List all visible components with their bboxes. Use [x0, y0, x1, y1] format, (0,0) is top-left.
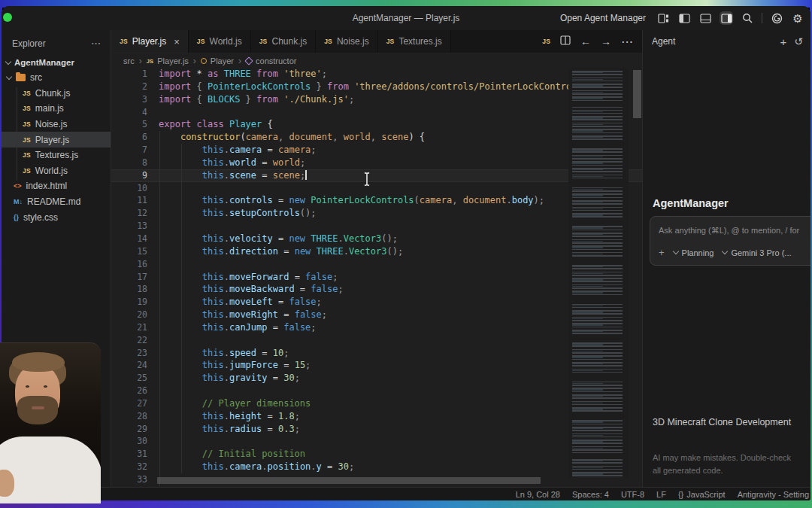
tab-Chunk.js[interactable]: JSChunk.js	[251, 30, 316, 53]
code-line-2[interactable]: 2import { PointerLockControls } from 'th…	[111, 81, 642, 93]
code-line-28[interactable]: 28 this.height = 1.8;	[111, 410, 642, 423]
navigate-forward-icon[interactable]: →	[601, 35, 611, 47]
file-row-Chunk.js[interactable]: JSChunk.js	[2, 86, 111, 102]
split-editor-icon[interactable]	[560, 35, 571, 48]
folder-row-src[interactable]: src	[2, 70, 111, 86]
history-icon[interactable]: ↺	[794, 35, 803, 47]
code-line-18[interactable]: 18 this.moveBackward = false;	[111, 283, 642, 296]
breadcrumb-item[interactable]: constructor	[256, 56, 296, 65]
horizontal-scrollbar[interactable]	[157, 477, 541, 484]
code-line-7[interactable]: 7 this.camera = camera;	[111, 144, 642, 157]
file-row-Noise.js[interactable]: JSNoise.js	[2, 117, 111, 132]
code-line-31[interactable]: 31 // Initial position	[111, 448, 642, 461]
breadcrumb-item[interactable]: Player.js	[157, 56, 189, 65]
code-text: this.radius = 0.3;	[159, 423, 300, 436]
code-line-26[interactable]: 26	[111, 385, 642, 397]
code-line-4[interactable]: 4	[111, 106, 642, 119]
code-text: this.controls = new PointerLockControls(…	[159, 194, 544, 207]
code-line-25[interactable]: 25 this.gravity = 30;	[111, 372, 642, 385]
code-line-23[interactable]: 23 this.speed = 10;	[111, 347, 642, 360]
navigate-back-icon[interactable]: ←	[580, 35, 591, 47]
code-text: this.moveLeft = false;	[159, 296, 322, 309]
line-number: 6	[111, 131, 159, 144]
open-agent-manager-button[interactable]: Open Agent Manager	[560, 13, 646, 23]
line-number: 24	[111, 359, 159, 372]
scrollbar-thumb[interactable]	[633, 70, 641, 118]
mode-dropdown[interactable]: Planning	[674, 248, 714, 257]
code-text: this.moveRight = false;	[159, 309, 327, 321]
code-text: this.moveBackward = false;	[159, 283, 344, 296]
code-line-1[interactable]: 1import * as THREE from 'three';	[111, 68, 642, 81]
status-item-ln-9-col-28[interactable]: Ln 9, Col 28	[516, 490, 560, 499]
toggle-bottom-panel-icon[interactable]	[698, 11, 712, 25]
attach-icon[interactable]: +	[659, 247, 665, 258]
breadcrumb-item[interactable]: Player	[211, 56, 234, 65]
code-line-29[interactable]: 29 this.radius = 0.3;	[111, 423, 642, 436]
code-line-24[interactable]: 24 this.jumpForce = 15;	[111, 359, 642, 372]
tab-Textures.js[interactable]: JSTextures.js	[378, 30, 451, 53]
tab-World.js[interactable]: JSWorld.js	[189, 30, 251, 53]
constructor-symbol-icon	[244, 56, 253, 65]
breadcrumb[interactable]: src›JSPlayer.js›Player›constructor	[111, 53, 642, 68]
status-item-javascript[interactable]: {}JavaScript	[678, 490, 726, 499]
toggle-left-panel-icon[interactable]	[677, 11, 691, 25]
explorer-more-icon[interactable]: ⋯	[91, 38, 102, 49]
antigravity-logo-icon[interactable]	[770, 11, 783, 25]
tab-Noise.js[interactable]: JSNoise.js	[316, 30, 377, 53]
tab-Player.js[interactable]: JSPlayer.js×	[111, 30, 189, 53]
indent-guide	[17, 87, 17, 181]
file-name: Textures.js	[35, 150, 78, 160]
file-row-main.js[interactable]: JSmain.js	[2, 101, 111, 117]
new-conversation-icon[interactable]: +	[780, 35, 787, 48]
file-row-README.md[interactable]: M↓README.md	[2, 194, 111, 210]
customize-layout-icon[interactable]	[656, 11, 670, 25]
model-dropdown[interactable]: Gemini 3 Pro (...	[723, 248, 791, 257]
file-row-index.html[interactable]: <>index.html	[2, 178, 111, 194]
code-line-19[interactable]: 19 this.moveLeft = false;	[111, 296, 642, 309]
toggle-right-panel-icon[interactable]	[720, 11, 733, 25]
status-item-antigravity-setting[interactable]: Antigravity - Setting	[738, 490, 809, 499]
workspace-row[interactable]: AgentManager	[2, 53, 111, 70]
code-line-20[interactable]: 20 this.moveRight = false;	[111, 309, 642, 321]
code-line-10[interactable]: 10	[111, 182, 642, 195]
code-line-3[interactable]: 3import { BLOCKS } from './Chunk.js';	[111, 93, 642, 106]
breadcrumb-item[interactable]: src	[123, 56, 135, 65]
code-editor[interactable]: 1import * as THREE from 'three';2import …	[111, 68, 642, 488]
code-line-17[interactable]: 17 this.moveForward = false;	[111, 271, 642, 284]
code-line-8[interactable]: 8 this.world = world;	[111, 157, 642, 169]
code-line-11[interactable]: 11 this.controls = new PointerLockContro…	[111, 194, 642, 207]
code-line-16[interactable]: 16	[111, 258, 642, 271]
code-line-12[interactable]: 12 this.setupControls();	[111, 207, 642, 220]
chevron-down-icon	[5, 58, 11, 64]
line-number: 31	[111, 448, 159, 461]
code-line-6[interactable]: 6 constructor(camera, document, world, s…	[111, 131, 642, 144]
gear-icon[interactable]: ⚙	[791, 11, 804, 25]
vertical-scrollbar[interactable]	[632, 68, 642, 488]
code-line-30[interactable]: 30	[111, 435, 642, 448]
tab-label: Player.js	[132, 36, 166, 47]
code-line-5[interactable]: 5export class Player {	[111, 118, 642, 131]
code-line-21[interactable]: 21 this.canJump = false;	[111, 321, 642, 334]
file-row-style.css[interactable]: {}style.css	[2, 209, 111, 225]
code-line-13[interactable]: 13	[111, 220, 642, 233]
file-row-World.js[interactable]: JSWorld.js	[2, 163, 111, 179]
status-item-utf-8[interactable]: UTF-8	[621, 490, 644, 499]
code-line-15[interactable]: 15 this.direction = new THREE.Vector3();	[111, 245, 642, 258]
more-actions-icon[interactable]: ⋯	[621, 35, 633, 49]
search-icon[interactable]	[741, 11, 754, 25]
code-line-32[interactable]: 32 this.camera.position.y = 30;	[111, 461, 642, 473]
code-line-14[interactable]: 14 this.velocity = new THREE.Vector3();	[111, 233, 642, 245]
file-row-Textures.js[interactable]: JSTextures.js	[2, 148, 111, 163]
code-text: this.setupControls();	[159, 207, 317, 220]
indent-guide	[181, 144, 182, 473]
status-item-spaces-4[interactable]: Spaces: 4	[572, 490, 609, 499]
file-row-Player.js[interactable]: JSPlayer.js	[2, 132, 111, 148]
code-line-22[interactable]: 22	[111, 334, 642, 347]
code-text: this.canJump = false;	[159, 321, 317, 334]
minimap[interactable]	[568, 68, 629, 477]
agent-input[interactable]: Ask anything (⌘L), @ to mention, / for +…	[650, 216, 810, 266]
code-line-27[interactable]: 27 // Player dimensions	[111, 397, 642, 410]
close-icon[interactable]: ×	[174, 36, 180, 47]
status-item-lf[interactable]: LF	[656, 490, 666, 499]
code-line-9[interactable]: 9 this.scene = scene;	[111, 169, 642, 182]
